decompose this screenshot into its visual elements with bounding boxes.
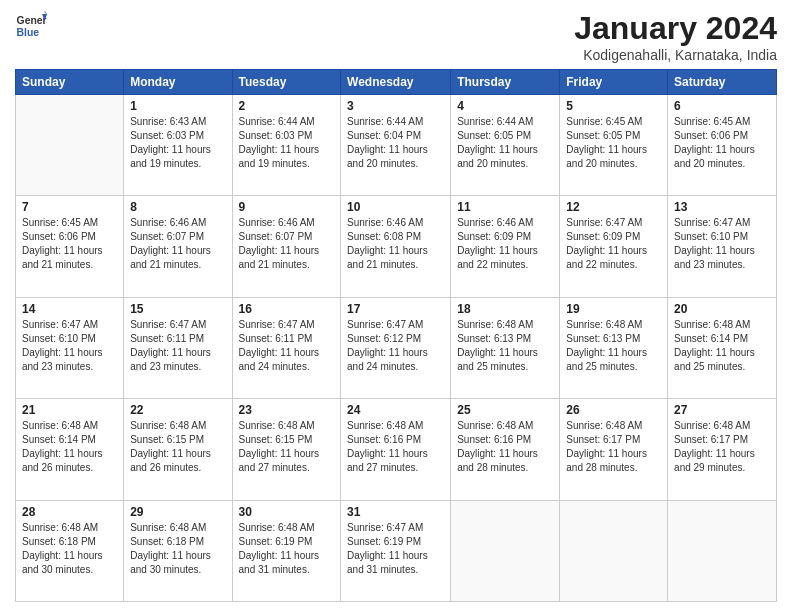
- day-cell: 26Sunrise: 6:48 AMSunset: 6:17 PMDayligh…: [560, 399, 668, 500]
- daylight-line2: and 25 minutes.: [457, 360, 553, 374]
- daylight-line2: and 22 minutes.: [566, 258, 661, 272]
- weekday-header-monday: Monday: [124, 70, 232, 95]
- month-title: January 2024: [574, 10, 777, 47]
- daylight-line2: and 23 minutes.: [22, 360, 117, 374]
- daylight-line1: Daylight: 11 hours: [674, 346, 770, 360]
- sunset: Sunset: 6:05 PM: [457, 129, 553, 143]
- weekday-header-row: SundayMondayTuesdayWednesdayThursdayFrid…: [16, 70, 777, 95]
- day-cell: [560, 500, 668, 601]
- day-number: 23: [239, 403, 335, 417]
- day-info: Sunrise: 6:45 AMSunset: 6:06 PMDaylight:…: [674, 115, 770, 171]
- sunset: Sunset: 6:19 PM: [347, 535, 444, 549]
- weekday-header-tuesday: Tuesday: [232, 70, 341, 95]
- daylight-line2: and 20 minutes.: [566, 157, 661, 171]
- day-number: 11: [457, 200, 553, 214]
- sunset: Sunset: 6:11 PM: [239, 332, 335, 346]
- location: Kodigenahalli, Karnataka, India: [574, 47, 777, 63]
- daylight-line1: Daylight: 11 hours: [130, 143, 225, 157]
- daylight-line1: Daylight: 11 hours: [566, 447, 661, 461]
- daylight-line2: and 23 minutes.: [674, 258, 770, 272]
- day-info: Sunrise: 6:45 AMSunset: 6:06 PMDaylight:…: [22, 216, 117, 272]
- daylight-line2: and 28 minutes.: [566, 461, 661, 475]
- svg-text:Blue: Blue: [17, 27, 40, 38]
- day-cell: 27Sunrise: 6:48 AMSunset: 6:17 PMDayligh…: [668, 399, 777, 500]
- sunset: Sunset: 6:17 PM: [674, 433, 770, 447]
- daylight-line2: and 23 minutes.: [130, 360, 225, 374]
- day-cell: [668, 500, 777, 601]
- daylight-line1: Daylight: 11 hours: [457, 143, 553, 157]
- sunset: Sunset: 6:16 PM: [347, 433, 444, 447]
- daylight-line2: and 21 minutes.: [239, 258, 335, 272]
- sunrise: Sunrise: 6:48 AM: [566, 318, 661, 332]
- day-info: Sunrise: 6:47 AMSunset: 6:11 PMDaylight:…: [130, 318, 225, 374]
- day-info: Sunrise: 6:48 AMSunset: 6:14 PMDaylight:…: [674, 318, 770, 374]
- day-number: 14: [22, 302, 117, 316]
- sunset: Sunset: 6:19 PM: [239, 535, 335, 549]
- sunrise: Sunrise: 6:48 AM: [457, 318, 553, 332]
- day-cell: 1Sunrise: 6:43 AMSunset: 6:03 PMDaylight…: [124, 95, 232, 196]
- daylight-line1: Daylight: 11 hours: [674, 143, 770, 157]
- week-row-4: 21Sunrise: 6:48 AMSunset: 6:14 PMDayligh…: [16, 399, 777, 500]
- sunrise: Sunrise: 6:48 AM: [239, 521, 335, 535]
- sunrise: Sunrise: 6:48 AM: [674, 419, 770, 433]
- daylight-line2: and 25 minutes.: [566, 360, 661, 374]
- daylight-line1: Daylight: 11 hours: [239, 143, 335, 157]
- day-cell: 19Sunrise: 6:48 AMSunset: 6:13 PMDayligh…: [560, 297, 668, 398]
- daylight-line1: Daylight: 11 hours: [130, 549, 225, 563]
- sunset: Sunset: 6:15 PM: [130, 433, 225, 447]
- daylight-line1: Daylight: 11 hours: [22, 244, 117, 258]
- daylight-line1: Daylight: 11 hours: [347, 244, 444, 258]
- sunset: Sunset: 6:06 PM: [674, 129, 770, 143]
- day-cell: 5Sunrise: 6:45 AMSunset: 6:05 PMDaylight…: [560, 95, 668, 196]
- day-cell: 29Sunrise: 6:48 AMSunset: 6:18 PMDayligh…: [124, 500, 232, 601]
- day-number: 2: [239, 99, 335, 113]
- day-info: Sunrise: 6:48 AMSunset: 6:19 PMDaylight:…: [239, 521, 335, 577]
- daylight-line2: and 31 minutes.: [239, 563, 335, 577]
- day-cell: 23Sunrise: 6:48 AMSunset: 6:15 PMDayligh…: [232, 399, 341, 500]
- logo-icon: General Blue: [15, 10, 47, 42]
- day-info: Sunrise: 6:48 AMSunset: 6:17 PMDaylight:…: [674, 419, 770, 475]
- day-info: Sunrise: 6:48 AMSunset: 6:16 PMDaylight:…: [347, 419, 444, 475]
- sunrise: Sunrise: 6:47 AM: [130, 318, 225, 332]
- daylight-line2: and 19 minutes.: [130, 157, 225, 171]
- logo: General Blue: [15, 10, 47, 42]
- header: General Blue January 2024 Kodigenahalli,…: [15, 10, 777, 63]
- day-info: Sunrise: 6:46 AMSunset: 6:07 PMDaylight:…: [239, 216, 335, 272]
- calendar-table: SundayMondayTuesdayWednesdayThursdayFrid…: [15, 69, 777, 602]
- sunrise: Sunrise: 6:44 AM: [347, 115, 444, 129]
- daylight-line2: and 22 minutes.: [457, 258, 553, 272]
- day-info: Sunrise: 6:47 AMSunset: 6:09 PMDaylight:…: [566, 216, 661, 272]
- day-number: 7: [22, 200, 117, 214]
- day-info: Sunrise: 6:47 AMSunset: 6:10 PMDaylight:…: [22, 318, 117, 374]
- daylight-line2: and 30 minutes.: [22, 563, 117, 577]
- day-cell: 15Sunrise: 6:47 AMSunset: 6:11 PMDayligh…: [124, 297, 232, 398]
- week-row-5: 28Sunrise: 6:48 AMSunset: 6:18 PMDayligh…: [16, 500, 777, 601]
- day-info: Sunrise: 6:46 AMSunset: 6:08 PMDaylight:…: [347, 216, 444, 272]
- daylight-line2: and 31 minutes.: [347, 563, 444, 577]
- daylight-line1: Daylight: 11 hours: [566, 244, 661, 258]
- daylight-line2: and 24 minutes.: [347, 360, 444, 374]
- daylight-line1: Daylight: 11 hours: [22, 346, 117, 360]
- day-number: 3: [347, 99, 444, 113]
- daylight-line2: and 28 minutes.: [457, 461, 553, 475]
- day-number: 4: [457, 99, 553, 113]
- daylight-line2: and 25 minutes.: [674, 360, 770, 374]
- day-info: Sunrise: 6:47 AMSunset: 6:12 PMDaylight:…: [347, 318, 444, 374]
- day-cell: 14Sunrise: 6:47 AMSunset: 6:10 PMDayligh…: [16, 297, 124, 398]
- daylight-line1: Daylight: 11 hours: [130, 447, 225, 461]
- sunrise: Sunrise: 6:48 AM: [457, 419, 553, 433]
- daylight-line2: and 21 minutes.: [347, 258, 444, 272]
- sunrise: Sunrise: 6:47 AM: [347, 318, 444, 332]
- sunset: Sunset: 6:10 PM: [22, 332, 117, 346]
- sunrise: Sunrise: 6:44 AM: [239, 115, 335, 129]
- daylight-line1: Daylight: 11 hours: [347, 346, 444, 360]
- day-cell: 4Sunrise: 6:44 AMSunset: 6:05 PMDaylight…: [451, 95, 560, 196]
- sunset: Sunset: 6:14 PM: [22, 433, 117, 447]
- daylight-line1: Daylight: 11 hours: [566, 346, 661, 360]
- daylight-line2: and 29 minutes.: [674, 461, 770, 475]
- day-number: 29: [130, 505, 225, 519]
- sunrise: Sunrise: 6:47 AM: [674, 216, 770, 230]
- day-info: Sunrise: 6:48 AMSunset: 6:15 PMDaylight:…: [239, 419, 335, 475]
- sunset: Sunset: 6:18 PM: [130, 535, 225, 549]
- day-cell: 13Sunrise: 6:47 AMSunset: 6:10 PMDayligh…: [668, 196, 777, 297]
